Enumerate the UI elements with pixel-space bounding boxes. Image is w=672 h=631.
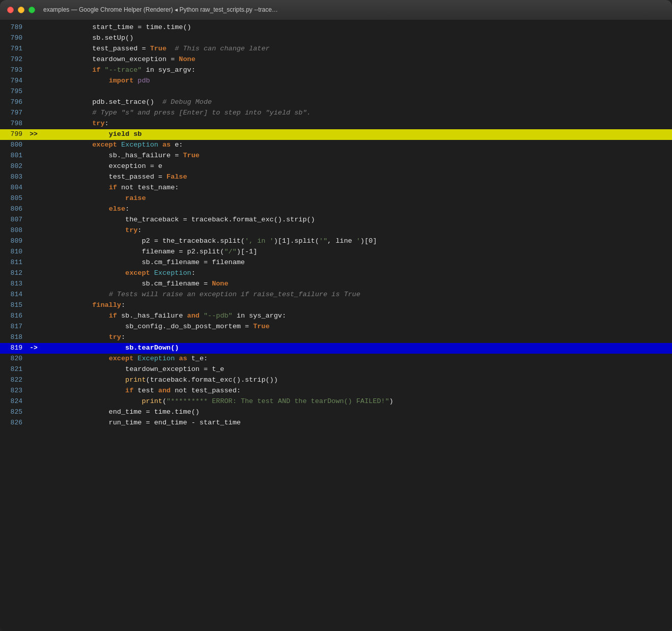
line-arrow <box>26 44 41 54</box>
line-arrow <box>26 257 41 268</box>
line-code[interactable]: sb.setUp() <box>41 33 672 44</box>
maximize-button[interactable] <box>29 7 35 13</box>
line-code[interactable]: test_passed = True # This can change lat… <box>41 44 672 54</box>
line-code[interactable]: # Type "s" and press [Enter] to step int… <box>41 108 672 119</box>
line-code[interactable]: try: <box>41 119 672 129</box>
line-number: 805 <box>0 193 26 204</box>
line-code[interactable]: # Tests will raise an exception if raise… <box>41 290 672 300</box>
line-number: 821 <box>0 364 26 375</box>
code-line: 803 test_passed = False <box>0 172 672 183</box>
code-line: 798 try: <box>0 119 672 129</box>
line-number: 794 <box>0 76 26 87</box>
line-code[interactable]: exception = e <box>41 161 672 172</box>
code-line: 812 except Exception: <box>0 268 672 279</box>
line-code[interactable]: except Exception: <box>41 268 672 279</box>
line-code[interactable]: try: <box>41 225 672 236</box>
line-arrow <box>26 183 41 193</box>
line-code[interactable]: end_time = time.time() <box>41 407 672 418</box>
line-arrow <box>26 151 41 161</box>
line-arrow: -> <box>26 343 41 354</box>
line-arrow <box>26 172 41 183</box>
line-arrow <box>26 407 41 418</box>
line-number: 813 <box>0 279 26 290</box>
window: examples — Google Chrome Helper (Rendere… <box>0 0 672 631</box>
line-arrow <box>26 76 41 87</box>
line-code[interactable]: run_time = end_time - start_time <box>41 418 672 428</box>
line-arrow <box>26 87 41 97</box>
code-line: 808 try: <box>0 225 672 236</box>
line-code[interactable]: test_passed = False <box>41 172 672 183</box>
line-arrow <box>26 215 41 225</box>
line-code[interactable]: teardown_exception = t_e <box>41 364 672 375</box>
line-code[interactable]: filename = p2.split("/")[-1] <box>41 247 672 257</box>
line-code[interactable]: sb_config._do_sb_post_mortem = True <box>41 322 672 332</box>
line-code[interactable]: sb.tearDown() <box>41 343 672 354</box>
code-line: 818 try: <box>0 332 672 343</box>
line-arrow <box>26 364 41 375</box>
line-code[interactable]: print("********* ERROR: The test AND the… <box>41 396 672 407</box>
line-number: 796 <box>0 97 26 108</box>
line-arrow <box>26 386 41 396</box>
code-line: 820 except Exception as t_e: <box>0 354 672 364</box>
line-code[interactable]: import pdb <box>41 76 672 87</box>
line-arrow <box>26 418 41 428</box>
code-editor: 789 start_time = time.time()790 sb.setUp… <box>0 20 672 431</box>
line-arrow <box>26 322 41 332</box>
line-number: 799 <box>0 129 26 140</box>
line-arrow <box>26 225 41 236</box>
line-arrow <box>26 236 41 247</box>
line-code[interactable]: sb.cm_filename = filename <box>41 257 672 268</box>
line-arrow: >> <box>26 129 41 140</box>
line-number: 797 <box>0 108 26 119</box>
line-arrow <box>26 354 41 364</box>
line-number: 792 <box>0 54 26 65</box>
titlebar: examples — Google Chrome Helper (Rendere… <box>0 0 672 20</box>
line-number: 790 <box>0 33 26 44</box>
line-arrow <box>26 33 41 44</box>
line-number: 809 <box>0 236 26 247</box>
close-button[interactable] <box>7 7 14 13</box>
line-code[interactable]: if not test_name: <box>41 183 672 193</box>
line-code[interactable]: p2 = the_traceback.split(', in ')[1].spl… <box>41 236 672 247</box>
line-code[interactable]: teardown_exception = None <box>41 54 672 65</box>
minimize-button[interactable] <box>18 7 24 13</box>
code-line: 801 sb._has_failure = True <box>0 151 672 161</box>
code-line: 815 finally: <box>0 300 672 311</box>
line-code[interactable]: if sb._has_failure and "--pdb" in sys_ar… <box>41 311 672 322</box>
line-number: 804 <box>0 183 26 193</box>
line-number: 822 <box>0 375 26 386</box>
line-code[interactable]: yield sb <box>41 129 672 140</box>
line-code[interactable]: pdb.set_trace() # Debug Mode <box>41 97 672 108</box>
line-number: 789 <box>0 22 26 33</box>
line-number: 803 <box>0 172 26 183</box>
line-number: 819 <box>0 343 26 354</box>
line-code[interactable]: start_time = time.time() <box>41 22 672 33</box>
code-line: 797 # Type "s" and press [Enter] to step… <box>0 108 672 119</box>
line-number: 795 <box>0 87 26 97</box>
line-code[interactable]: print(traceback.format_exc().strip()) <box>41 375 672 386</box>
code-line: 789 start_time = time.time() <box>0 22 672 33</box>
line-code[interactable]: except Exception as t_e: <box>41 354 672 364</box>
code-line: 795 <box>0 87 672 97</box>
line-code[interactable]: sb.cm_filename = None <box>41 279 672 290</box>
code-line: 814 # Tests will raise an exception if r… <box>0 290 672 300</box>
line-arrow <box>26 119 41 129</box>
line-code[interactable]: try: <box>41 332 672 343</box>
line-code[interactable]: else: <box>41 204 672 215</box>
line-code[interactable]: sb._has_failure = True <box>41 151 672 161</box>
line-number: 824 <box>0 396 26 407</box>
line-code[interactable]: except Exception as e: <box>41 140 672 151</box>
code-line: 819-> sb.tearDown() <box>0 343 672 354</box>
line-code[interactable]: finally: <box>41 300 672 311</box>
line-code[interactable]: the_traceback = traceback.format_exc().s… <box>41 215 672 225</box>
line-code[interactable]: raise <box>41 193 672 204</box>
line-code[interactable] <box>41 87 672 97</box>
line-code[interactable]: if "--trace" in sys_argv: <box>41 65 672 76</box>
line-arrow <box>26 268 41 279</box>
line-number: 793 <box>0 65 26 76</box>
line-code[interactable]: if test and not test_passed: <box>41 386 672 396</box>
code-line: 809 p2 = the_traceback.split(', in ')[1]… <box>0 236 672 247</box>
line-number: 807 <box>0 215 26 225</box>
code-line: 799>> yield sb <box>0 129 672 140</box>
line-arrow <box>26 247 41 257</box>
